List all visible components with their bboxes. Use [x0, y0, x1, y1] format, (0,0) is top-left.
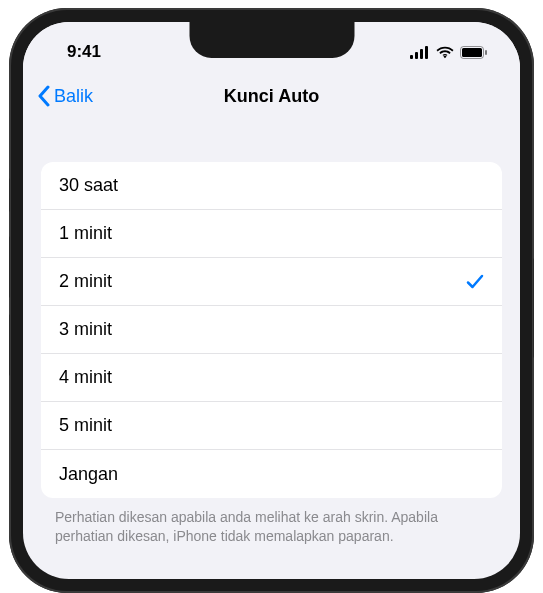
autolock-option-row[interactable]: 30 saat [41, 162, 502, 210]
autolock-option-row[interactable]: 5 minit [41, 402, 502, 450]
option-label: 5 minit [59, 415, 112, 436]
navigation-bar: Balik Kunci Auto [23, 72, 520, 120]
option-label: 3 minit [59, 319, 112, 340]
autolock-option-row[interactable]: 3 minit [41, 306, 502, 354]
status-indicators [410, 46, 488, 59]
svg-rect-3 [425, 46, 428, 59]
footer-description: Perhatian dikesan apabila anda melihat k… [23, 498, 520, 556]
svg-rect-5 [462, 48, 482, 57]
content-area: 30 saat1 minit2 minit3 minit4 minit5 min… [23, 120, 520, 556]
svg-rect-1 [415, 52, 418, 59]
autolock-option-row[interactable]: 4 minit [41, 354, 502, 402]
checkmark-icon [466, 273, 484, 291]
autolock-option-row[interactable]: 2 minit [41, 258, 502, 306]
option-label: 30 saat [59, 175, 118, 196]
back-button[interactable]: Balik [37, 85, 93, 107]
autolock-options-list: 30 saat1 minit2 minit3 minit4 minit5 min… [41, 162, 502, 498]
status-time: 9:41 [55, 42, 101, 62]
cellular-icon [410, 46, 430, 59]
page-title: Kunci Auto [224, 86, 319, 107]
back-label: Balik [54, 86, 93, 107]
phone-frame: 9:41 [9, 8, 534, 593]
chevron-left-icon [37, 85, 50, 107]
svg-rect-6 [485, 50, 487, 55]
battery-icon [460, 46, 488, 59]
svg-rect-0 [410, 55, 413, 59]
wifi-icon [436, 46, 454, 59]
option-label: 2 minit [59, 271, 112, 292]
phone-screen: 9:41 [23, 22, 520, 579]
autolock-option-row[interactable]: Jangan [41, 450, 502, 498]
option-label: 1 minit [59, 223, 112, 244]
phone-notch [189, 22, 354, 58]
option-label: 4 minit [59, 367, 112, 388]
autolock-option-row[interactable]: 1 minit [41, 210, 502, 258]
svg-rect-2 [420, 49, 423, 59]
option-label: Jangan [59, 464, 118, 485]
